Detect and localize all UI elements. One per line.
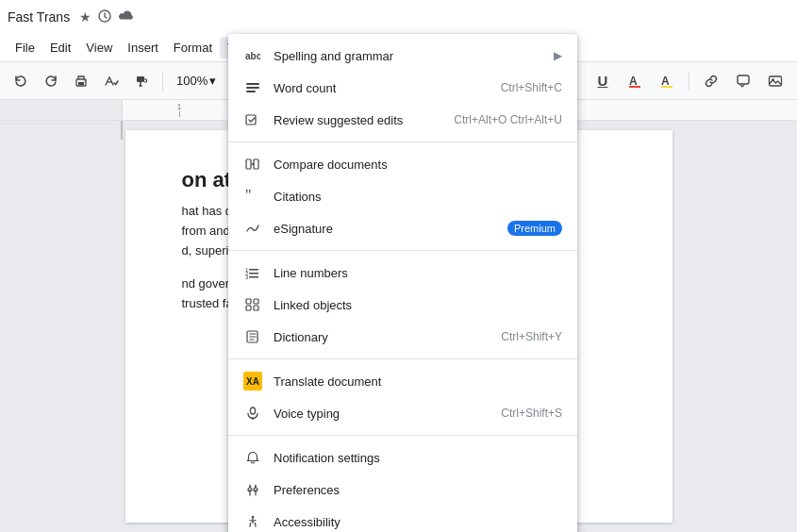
menu-item-accessibility[interactable]: Accessibility <box>228 506 577 532</box>
menu-item-translate[interactable]: XA Translate document <box>228 365 577 397</box>
menu-item-citations[interactable]: " Citations <box>228 180 577 212</box>
voicetyping-icon <box>243 404 262 423</box>
divider-4 <box>228 435 577 436</box>
menu-item-spelling[interactable]: abc Spelling and grammar ▶ <box>228 40 577 72</box>
voicetyping-shortcut: Ctrl+Shift+S <box>501 407 562 420</box>
svg-rect-13 <box>246 83 259 85</box>
menu-item-preferences[interactable]: Preferences <box>228 474 577 506</box>
accessibility-label: Accessibility <box>274 515 562 529</box>
svg-rect-15 <box>246 91 256 92</box>
svg-text:abc: abc <box>245 51 260 61</box>
preferences-label: Preferences <box>274 483 562 497</box>
citations-label: Citations <box>274 190 562 204</box>
spelling-label: Spelling and grammar <box>274 49 546 63</box>
menu-item-linenumbers[interactable]: 123 Line numbers <box>228 257 577 289</box>
svg-rect-29 <box>254 306 258 310</box>
voicetyping-label: Voice typing <box>274 407 493 421</box>
menu-item-voicetyping[interactable]: Voice typing Ctrl+Shift+S <box>228 397 577 429</box>
divider-1 <box>228 141 577 142</box>
svg-text:3: 3 <box>245 274 249 279</box>
svg-rect-28 <box>246 306 251 310</box>
wordcount-label: Word count <box>274 81 493 95</box>
svg-rect-21 <box>249 269 258 271</box>
suggestededits-shortcut: Ctrl+Alt+O Ctrl+Alt+U <box>454 113 562 126</box>
translate-label: Translate document <box>274 374 562 389</box>
spelling-icon: abc <box>243 46 262 65</box>
dictionary-shortcut: Ctrl+Shift+Y <box>501 330 562 343</box>
comparedocs-icon <box>243 155 262 174</box>
svg-point-36 <box>252 516 254 518</box>
tools-dropdown-menu: abc Spelling and grammar ▶ Word count Ct… <box>228 34 577 532</box>
suggestededits-label: Review suggested edits <box>274 113 446 127</box>
history-icon[interactable] <box>97 8 112 26</box>
comparedocs-label: Compare documents <box>274 158 562 172</box>
wordcount-shortcut: Ctrl+Shift+C <box>501 81 562 94</box>
menu-item-wordcount[interactable]: Word count Ctrl+Shift+C <box>228 72 577 104</box>
dictionary-label: Dictionary <box>274 330 493 344</box>
svg-rect-23 <box>249 273 258 274</box>
linkedobjects-icon <box>243 295 262 314</box>
preferences-icon <box>243 480 262 499</box>
menu-item-linkedobjects[interactable]: Linked objects <box>228 289 577 321</box>
menu-item-notification[interactable]: Notification settings <box>228 441 577 474</box>
spelling-arrow: ▶ <box>554 49 562 62</box>
linkedobjects-label: Linked objects <box>274 298 562 312</box>
svg-rect-18 <box>254 159 258 169</box>
wordcount-icon <box>243 78 262 97</box>
star-icon[interactable]: ★ <box>79 9 91 25</box>
citations-icon: " <box>243 187 262 206</box>
title-bar-icons: ★ <box>79 8 135 26</box>
svg-rect-17 <box>246 159 251 169</box>
svg-rect-25 <box>249 276 258 278</box>
notification-icon <box>243 448 262 467</box>
menu-item-suggestededits[interactable]: Review suggested edits Ctrl+Alt+O Ctrl+A… <box>228 104 577 136</box>
divider-3 <box>228 358 577 359</box>
premium-badge: Premium <box>507 221 562 236</box>
suggestededits-icon <box>243 110 262 129</box>
translate-icon-box: XA <box>243 372 262 391</box>
linenumbers-label: Line numbers <box>274 266 562 280</box>
notification-label: Notification settings <box>274 451 562 465</box>
accessibility-icon <box>243 512 262 531</box>
title-bar: Fast Trans ★ <box>0 0 797 34</box>
cloud-icon[interactable] <box>118 9 135 25</box>
menu-item-esignature[interactable]: eSignature Premium <box>228 212 577 244</box>
svg-text:": " <box>245 190 252 203</box>
app-title: Fast Trans <box>8 9 70 25</box>
menu-item-dictionary[interactable]: Dictionary Ctrl+Shift+Y <box>228 321 577 353</box>
divider-2 <box>228 250 577 251</box>
svg-rect-14 <box>246 87 259 89</box>
svg-rect-27 <box>254 299 258 304</box>
linenumbers-icon: 123 <box>243 263 262 282</box>
translate-icon: XA <box>246 376 259 387</box>
dropdown-overlay: abc Spelling and grammar ▶ Word count Ct… <box>0 34 797 532</box>
dictionary-icon <box>243 327 262 346</box>
svg-rect-31 <box>251 407 256 414</box>
svg-rect-26 <box>246 299 251 304</box>
esignature-icon <box>243 219 262 238</box>
esignature-label: eSignature <box>274 222 500 236</box>
svg-rect-16 <box>246 115 256 125</box>
menu-item-comparedocs[interactable]: Compare documents <box>228 148 577 180</box>
